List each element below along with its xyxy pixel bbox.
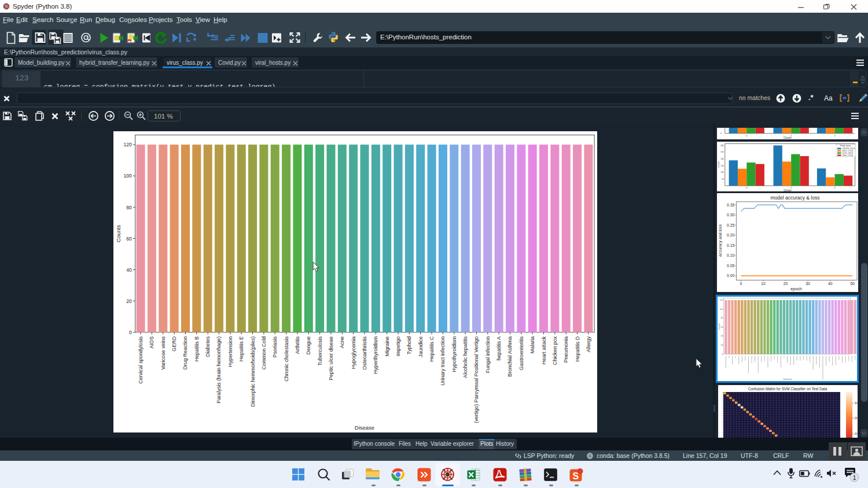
svg-text:150: 150 bbox=[720, 164, 724, 167]
svg-text:0: 0 bbox=[722, 353, 723, 355]
svg-text:Drug Reaction: Drug Reaction bbox=[182, 337, 188, 370]
svg-text:0: 0 bbox=[746, 186, 748, 189]
svg-text:Migraine: Migraine bbox=[384, 337, 390, 357]
svg-text:Hepatitis C: Hepatitis C bbox=[429, 336, 435, 362]
svg-text:Urinary tract infection: Urinary tract infection bbox=[440, 337, 446, 386]
svg-text:Alcoholic hepatitis: Alcoholic hepatitis bbox=[462, 336, 468, 378]
svg-text:Acne: Acne bbox=[339, 337, 345, 349]
svg-text:Confusion Matrix for SVM Class: Confusion Matrix for SVM Classifier on T… bbox=[748, 387, 827, 391]
svg-text:20: 20 bbox=[720, 344, 723, 346]
svg-text:0.20: 0.20 bbox=[727, 233, 734, 237]
svg-text:Hepatitis E: Hepatitis E bbox=[238, 337, 244, 362]
svg-text:100: 100 bbox=[720, 171, 724, 173]
svg-text:Hypothyroidism: Hypothyroidism bbox=[451, 337, 457, 372]
svg-text:Hypertension: Hypertension bbox=[227, 337, 233, 367]
svg-text:80: 80 bbox=[126, 205, 132, 210]
svg-text:50: 50 bbox=[851, 282, 855, 286]
svg-text:Chronic cholestasis: Chronic cholestasis bbox=[284, 336, 289, 382]
svg-text:0.00: 0.00 bbox=[727, 273, 734, 278]
svg-text:30: 30 bbox=[806, 282, 810, 286]
svg-text:Typhoid: Typhoid bbox=[406, 337, 412, 355]
svg-text:0.05: 0.05 bbox=[727, 264, 734, 268]
svg-text:Dimorphic hemmorhoids(piles): Dimorphic hemmorhoids(piles) bbox=[250, 337, 256, 407]
svg-text:60: 60 bbox=[126, 236, 132, 242]
svg-text:0.10: 0.10 bbox=[727, 253, 734, 257]
svg-text:AIDS: AIDS bbox=[149, 337, 155, 349]
svg-text:Osteoarthristis: Osteoarthristis bbox=[362, 336, 367, 370]
svg-text:accuracy and loss: accuracy and loss bbox=[718, 224, 723, 257]
svg-text:Common Cold: Common Cold bbox=[261, 337, 267, 370]
svg-text:0: 0 bbox=[129, 330, 132, 335]
svg-text:Diabetes: Diabetes bbox=[205, 336, 211, 357]
svg-text:100: 100 bbox=[124, 173, 132, 179]
svg-text:Bronchial Asthma: Bronchial Asthma bbox=[507, 337, 513, 377]
svg-text:250: 250 bbox=[720, 151, 724, 153]
svg-text:Allergy: Allergy bbox=[586, 336, 591, 352]
svg-text:Gastroenteritis: Gastroenteritis bbox=[518, 336, 524, 370]
svg-text:Jaundice: Jaundice bbox=[418, 337, 424, 357]
svg-text:100: 100 bbox=[719, 308, 723, 310]
svg-text:Pneumonia: Pneumonia bbox=[563, 337, 569, 363]
svg-text:model accuracy & loss: model accuracy & loss bbox=[771, 195, 820, 201]
svg-text:40: 40 bbox=[126, 267, 132, 273]
svg-text:0.15: 0.15 bbox=[727, 243, 734, 247]
svg-text:0: 0 bbox=[720, 132, 722, 135]
svg-text:20: 20 bbox=[784, 282, 788, 286]
svg-text:2: 2 bbox=[834, 134, 836, 137]
svg-text:Dengue: Dengue bbox=[306, 337, 311, 355]
svg-text:Hypoglycemia: Hypoglycemia bbox=[351, 337, 356, 369]
svg-text:25: 25 bbox=[855, 417, 858, 420]
svg-text:Height group: Height group bbox=[840, 145, 851, 147]
svg-text:(vertigo) Paroymsal Positiona: (vertigo) Paroymsal Positional Vertigo bbox=[473, 337, 479, 423]
svg-text:Counts: Counts bbox=[718, 323, 720, 330]
svg-text:Hepatitis D: Hepatitis D bbox=[575, 336, 580, 362]
svg-text:GERD: GERD bbox=[171, 336, 177, 352]
svg-text:60: 60 bbox=[720, 326, 723, 328]
svg-text:Chicken pox: Chicken pox bbox=[552, 336, 558, 365]
svg-text:20: 20 bbox=[126, 298, 132, 304]
svg-text:1: 1 bbox=[852, 474, 856, 481]
svg-text:Fungal infection: Fungal infection bbox=[485, 337, 491, 374]
svg-text:Cervical spondylosis: Cervical spondylosis bbox=[138, 336, 144, 384]
svg-text:Tuberculosis: Tuberculosis bbox=[317, 336, 323, 365]
svg-text:50: 50 bbox=[722, 178, 724, 180]
svg-text:2: 2 bbox=[834, 186, 836, 189]
svg-text:count: count bbox=[717, 161, 720, 168]
svg-text:300: 300 bbox=[720, 144, 724, 146]
svg-text:hepatitis A: hepatitis A bbox=[496, 337, 502, 361]
svg-text:Psoriasis: Psoriasis bbox=[272, 336, 278, 357]
svg-text:0.30: 0.30 bbox=[727, 213, 734, 217]
svg-text:Peptic ulcer diseae: Peptic ulcer diseae bbox=[328, 337, 334, 380]
svg-text:Cluster: Cluster bbox=[784, 136, 792, 139]
svg-text:epoch: epoch bbox=[790, 286, 802, 291]
svg-text:Cluster: Cluster bbox=[784, 189, 792, 192]
svg-text:80: 80 bbox=[720, 317, 723, 319]
svg-text:Paralysis (brain hemorrhage): Paralysis (brain hemorrhage) bbox=[216, 337, 222, 404]
svg-text:Malaria: Malaria bbox=[529, 337, 535, 354]
svg-text:0: 0 bbox=[740, 282, 742, 286]
svg-text:200: 200 bbox=[720, 158, 724, 160]
svg-text:120: 120 bbox=[124, 142, 132, 147]
svg-text:0.25: 0.25 bbox=[727, 223, 734, 227]
svg-text:30: 30 bbox=[855, 402, 858, 405]
svg-text:Disease: Disease bbox=[783, 378, 792, 380]
svg-text:(183.5, 213.0]: (183.5, 213.0] bbox=[842, 154, 853, 156]
svg-text:40: 40 bbox=[828, 282, 833, 286]
svg-text:Heart attack: Heart attack bbox=[541, 336, 547, 364]
svg-text:40: 40 bbox=[720, 335, 723, 337]
svg-text:Arthritis: Arthritis bbox=[295, 336, 300, 354]
svg-text:20: 20 bbox=[855, 432, 858, 435]
svg-text:Hepatitis B: Hepatitis B bbox=[194, 337, 200, 362]
svg-text:10: 10 bbox=[761, 282, 766, 286]
svg-text:Disease: Disease bbox=[355, 424, 374, 431]
svg-text:Impetigo: Impetigo bbox=[395, 337, 401, 357]
svg-text:Varicose veins: Varicose veins bbox=[160, 336, 166, 369]
svg-text:Hyperthyroidism: Hyperthyroidism bbox=[373, 337, 378, 374]
svg-text:0.35: 0.35 bbox=[727, 203, 734, 207]
svg-text:0: 0 bbox=[746, 134, 748, 137]
svg-text:120: 120 bbox=[719, 299, 723, 301]
svg-text:Counts: Counts bbox=[115, 225, 122, 242]
